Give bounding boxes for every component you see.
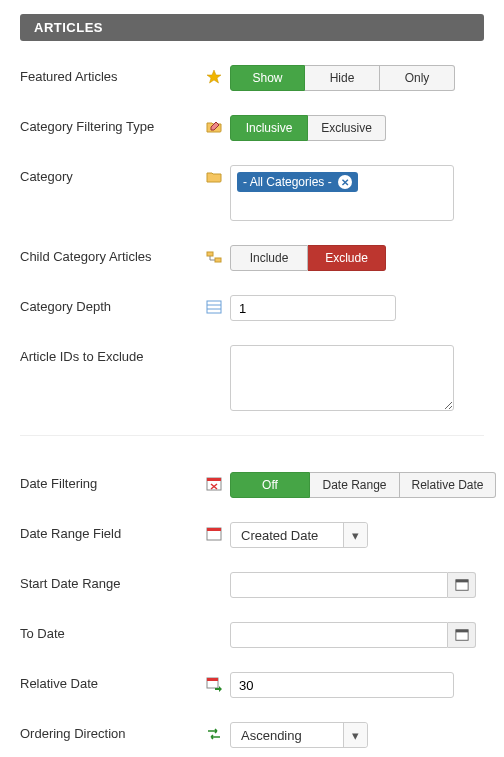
ordering-direction-value: Ascending — [231, 723, 343, 747]
relative-date-input[interactable] — [230, 672, 454, 698]
date-filtering-toggle: Off Date Range Relative Date — [230, 472, 496, 498]
label-child-cat: Child Category Articles — [20, 245, 206, 264]
date-range-field-value: Created Date — [231, 523, 343, 547]
remove-tag-icon[interactable]: ✕ — [338, 175, 352, 189]
featured-hide-button[interactable]: Hide — [305, 65, 380, 91]
inclusive-button[interactable]: Inclusive — [230, 115, 308, 141]
chevron-down-icon: ▾ — [343, 723, 367, 747]
to-date-input[interactable] — [230, 622, 448, 648]
date-range-button[interactable]: Date Range — [310, 472, 400, 498]
row-category: Category - All Categories - ✕ — [20, 165, 484, 221]
svg-rect-1 — [207, 252, 213, 256]
svg-rect-15 — [207, 678, 218, 681]
row-to-date: To Date — [20, 622, 484, 648]
row-category-depth: Category Depth — [20, 295, 484, 321]
svg-rect-11 — [455, 580, 467, 583]
child-cat-toggle: Include Exclude — [230, 245, 386, 271]
category-tag-label: - All Categories - — [243, 175, 332, 189]
svg-rect-3 — [207, 301, 221, 313]
calendar-arrow-icon — [206, 676, 222, 692]
date-off-button[interactable]: Off — [230, 472, 310, 498]
row-ordering-direction: Ordering Direction Ascending ▾ — [20, 722, 484, 748]
label-featured: Featured Articles — [20, 65, 206, 84]
svg-rect-7 — [207, 478, 221, 481]
row-child-category: Child Category Articles Include Exclude — [20, 245, 484, 271]
row-category-filtering-type: Category Filtering Type Inclusive Exclus… — [20, 115, 484, 141]
row-exclude-ids: Article IDs to Exclude — [20, 345, 484, 411]
featured-only-button[interactable]: Only — [380, 65, 455, 91]
date-range-field-select[interactable]: Created Date ▾ — [230, 522, 368, 548]
label-relative-date: Relative Date — [20, 672, 206, 691]
row-featured-articles: Featured Articles Show Hide Only — [20, 65, 484, 91]
featured-toggle: Show Hide Only — [230, 65, 455, 91]
row-relative-date: Relative Date — [20, 672, 484, 698]
label-ordering-direction: Ordering Direction — [20, 722, 206, 741]
list-icon — [206, 299, 222, 315]
label-cat-depth: Category Depth — [20, 295, 206, 314]
label-to-date: To Date — [20, 622, 206, 641]
include-button[interactable]: Include — [230, 245, 308, 271]
start-date-picker-button[interactable] — [448, 572, 476, 598]
label-start-date: Start Date Range — [20, 572, 206, 591]
svg-rect-2 — [215, 258, 221, 262]
sort-arrows-icon — [206, 726, 222, 742]
category-tag: - All Categories - ✕ — [237, 172, 358, 192]
cat-filter-toggle: Inclusive Exclusive — [230, 115, 386, 141]
svg-marker-0 — [207, 70, 221, 83]
chevron-down-icon: ▾ — [343, 523, 367, 547]
to-date-picker-button[interactable] — [448, 622, 476, 648]
category-select[interactable]: - All Categories - ✕ — [230, 165, 454, 221]
row-date-range-field: Date Range Field Created Date ▾ — [20, 522, 484, 548]
label-category: Category — [20, 165, 206, 184]
label-date-range-field: Date Range Field — [20, 522, 206, 541]
featured-show-button[interactable]: Show — [230, 65, 305, 91]
label-cat-filter-type: Category Filtering Type — [20, 115, 206, 134]
relative-date-button[interactable]: Relative Date — [400, 472, 496, 498]
row-start-date: Start Date Range — [20, 572, 484, 598]
exclude-ids-textarea[interactable] — [230, 345, 454, 411]
folder-pencil-icon — [206, 119, 222, 135]
label-date-filtering: Date Filtering — [20, 472, 206, 491]
blank-icon — [206, 626, 222, 642]
exclusive-button[interactable]: Exclusive — [308, 115, 386, 141]
category-depth-input[interactable] — [230, 295, 396, 321]
blank-icon — [206, 349, 222, 365]
ordering-direction-select[interactable]: Ascending ▾ — [230, 722, 368, 748]
section-divider — [20, 435, 484, 436]
folder-tree-icon — [206, 249, 222, 265]
label-exclude-ids: Article IDs to Exclude — [20, 345, 206, 364]
star-icon — [206, 69, 222, 85]
blank-icon — [206, 576, 222, 592]
folder-icon — [206, 169, 222, 185]
calendar-icon — [206, 526, 222, 542]
start-date-input[interactable] — [230, 572, 448, 598]
calendar-x-icon — [206, 476, 222, 492]
svg-rect-9 — [207, 528, 221, 531]
panel-header-articles: ARTICLES — [20, 14, 484, 41]
exclude-button[interactable]: Exclude — [308, 245, 386, 271]
row-date-filtering: Date Filtering Off Date Range Relative D… — [20, 472, 484, 498]
svg-rect-13 — [455, 630, 467, 633]
